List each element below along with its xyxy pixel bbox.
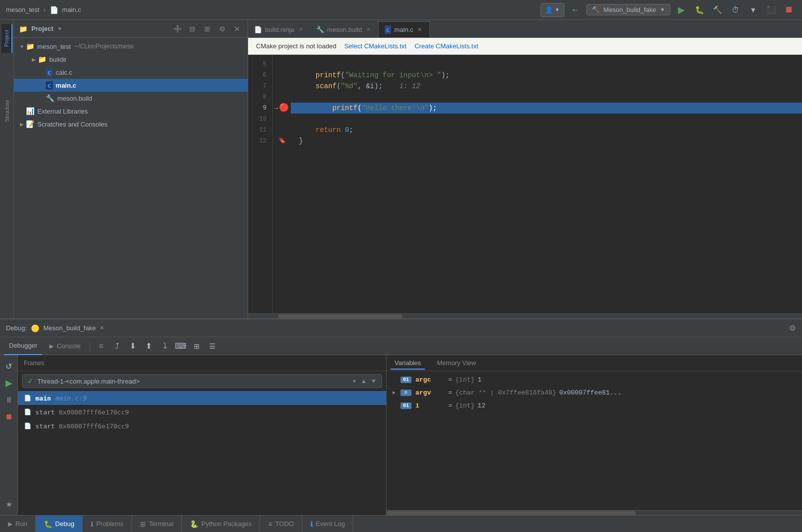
close-panel-button[interactable]: ✕	[232, 23, 243, 34]
tab-main-c[interactable]: c main.c ✕	[378, 21, 430, 37]
debug-session-close[interactable]: ✕	[100, 325, 104, 331]
tab-meson-build-icon: 🔧	[316, 26, 324, 33]
resume-button[interactable]: ▶	[2, 376, 16, 390]
code-line-5	[291, 59, 802, 70]
breadcrumb-file[interactable]: main.c	[62, 6, 81, 13]
cmake-button[interactable]: ⬛	[764, 3, 778, 17]
tree-root-item[interactable]: ▼ 📁 meson_test ~/CLionProjects/meso	[14, 40, 248, 53]
status-bar: ▶ Run 🐛 Debug ℹ Problems ⊞ Terminal 🐍 Py…	[0, 515, 802, 532]
run-button[interactable]: ▶	[674, 3, 688, 17]
calc-c-label: calc.c	[56, 69, 72, 76]
frame-start-2[interactable]: 📄 start 0x00007fff6e170cc9	[18, 419, 386, 433]
settings-button[interactable]: ⚙	[217, 23, 228, 34]
vars-tabs: Variables Memory View	[387, 355, 802, 371]
scrollbar-thumb[interactable]	[278, 314, 402, 318]
var-argc-type: {int}	[455, 376, 475, 384]
left-panel-strip: Project Structure	[0, 20, 14, 318]
view-frames-list-button[interactable]: ☰	[206, 339, 220, 353]
stop-debug-button[interactable]: ⏹	[2, 410, 16, 424]
nav-back-button[interactable]: ←	[568, 3, 582, 17]
problems-status-tab[interactable]: ℹ Problems	[83, 516, 132, 532]
breadcrumb-project[interactable]: meson_test	[6, 6, 39, 13]
coverage-button[interactable]: ▼	[746, 3, 760, 17]
var-i-eq: =	[448, 402, 452, 409]
event-log-icon: ℹ	[310, 520, 313, 528]
build-button[interactable]: 🔨	[710, 3, 724, 17]
tab-meson-build-close[interactable]: ✕	[365, 26, 372, 33]
vars-scrollbar[interactable]	[387, 510, 802, 515]
pause-button[interactable]: ⏸	[2, 393, 16, 407]
thread-selector[interactable]: ✓ Thread-1-<com.apple.main-thread> ▼ ▲ ▼	[22, 374, 382, 388]
thread-down-btn[interactable]: ▼	[371, 378, 377, 385]
run-status-tab[interactable]: ▶ Run	[0, 516, 36, 532]
variables-tab[interactable]: Variables	[391, 357, 425, 370]
tree-calc-c[interactable]: c calc.c	[14, 66, 248, 79]
frame-start-1-label: start 0x00007fff6e170cc9	[35, 408, 129, 416]
favorites-button[interactable]: ★	[2, 497, 16, 511]
gutter-6	[273, 70, 291, 81]
project-panel-dropdown[interactable]: ▼	[57, 26, 62, 31]
add-file-button[interactable]: ➕	[172, 23, 183, 34]
todo-status-tab[interactable]: ≡ TODO	[260, 516, 302, 532]
debugger-tab-label: Debugger	[9, 342, 37, 349]
tab-main-c-label: main.c	[394, 26, 413, 33]
structure-tab-strip[interactable]: Structure	[2, 94, 12, 128]
python-packages-tab[interactable]: 🐍 Python Packages	[182, 516, 260, 532]
tab-meson-build[interactable]: 🔧 meson.build ✕	[310, 21, 378, 37]
evaluate-button[interactable]: ⌨	[174, 339, 188, 353]
editor-scrollbar[interactable]	[248, 313, 802, 318]
rerun-button[interactable]: ↺	[2, 359, 16, 373]
collapse-all-button[interactable]: ⊟	[187, 23, 198, 34]
frame-start-1[interactable]: 📄 start 0x00007fff6e170cc9	[18, 405, 386, 419]
event-log-tab[interactable]: ℹ Event Log	[302, 516, 354, 532]
step-over-button[interactable]: ⤴	[110, 339, 124, 353]
var-argv[interactable]: ▶ ≡ argv = {char ** | 0x7ffee816fa48} 0x…	[387, 386, 802, 399]
run-to-cursor-button[interactable]: ⤵	[158, 339, 172, 353]
code-content[interactable]: printf("Waiting for input\n> "); scanf("…	[291, 55, 802, 313]
project-tab-strip[interactable]: Project	[1, 24, 12, 53]
cmake-action-create[interactable]: Create CMakeLists.txt	[414, 42, 478, 50]
frame-start-2-icon: 📄	[24, 422, 31, 429]
show-frames-button[interactable]: ≡	[94, 339, 108, 353]
tab-main-c-close[interactable]: ✕	[416, 26, 423, 33]
tab-build-ninja[interactable]: 📄 build.ninja ✕	[248, 21, 310, 37]
step-out-button[interactable]: ⬆	[142, 339, 156, 353]
debugger-tab[interactable]: Debugger	[4, 337, 42, 355]
var-argc[interactable]: 01 argc = {int} 1	[387, 373, 802, 386]
var-argv-expand[interactable]: ▶	[393, 390, 401, 396]
memory-view-tab[interactable]: Memory View	[433, 357, 480, 369]
tab-build-ninja-icon: 📄	[254, 26, 262, 33]
tree-external-libs[interactable]: 📊 External Libraries	[14, 105, 248, 118]
debug-session-label: Meson_build_fake	[43, 324, 96, 332]
project-panel: 📁 Project ▼ ➕ ⊟ ⊞ ⚙ ✕ ▼ 📁 meson_test ~/C…	[14, 20, 248, 318]
vars-scrollbar-thumb[interactable]	[387, 511, 636, 515]
user-icon-button[interactable]: 👤 ▼	[540, 3, 564, 17]
terminal-status-tab[interactable]: ⊞ Terminal	[132, 516, 182, 532]
profile-button[interactable]: ⏱	[728, 3, 742, 17]
tree-scratches[interactable]: ▶ 📝 Scratches and Consoles	[14, 118, 248, 131]
debug-status-tab[interactable]: 🐛 Debug	[36, 516, 83, 532]
tree-meson-build[interactable]: 🔧 meson.build	[14, 92, 248, 105]
tree-buildir[interactable]: ▶ 📁 buildir	[14, 53, 248, 66]
frame-main[interactable]: 📄 main main.c:9	[18, 391, 386, 405]
tree-main-c[interactable]: c main.c	[14, 79, 248, 92]
run-status-icon: ▶	[8, 521, 12, 528]
console-tab[interactable]: ▶ Console	[44, 337, 86, 355]
console-tab-label: Console	[57, 342, 81, 350]
tab-build-ninja-close[interactable]: ✕	[297, 26, 304, 33]
run-config-selector[interactable]: 🔨 Meson_build_fake ▼	[586, 4, 670, 15]
project-folder-icon: 📁	[19, 25, 27, 33]
step-into-button[interactable]: ⬇	[126, 339, 140, 353]
stop-button[interactable]: ⏹	[782, 3, 796, 17]
thread-up-btn[interactable]: ▲	[361, 378, 367, 385]
gutter-11	[273, 125, 291, 135]
debug-button[interactable]: 🐛	[692, 3, 706, 17]
debug-header: Debug: 🟡 Meson_build_fake ✕ ⚙	[0, 319, 802, 337]
var-i[interactable]: 01 i = {int} 12	[387, 399, 802, 412]
view-frames-grid-button[interactable]: ⊞	[190, 339, 204, 353]
cmake-action-select[interactable]: Select CMakeLists.txt	[344, 42, 406, 50]
debug-settings-button[interactable]: ⚙	[789, 323, 796, 333]
var-argc-name: argc	[415, 376, 445, 384]
frame-start-1-icon: 📄	[24, 408, 31, 415]
expand-all-button[interactable]: ⊞	[202, 23, 213, 34]
